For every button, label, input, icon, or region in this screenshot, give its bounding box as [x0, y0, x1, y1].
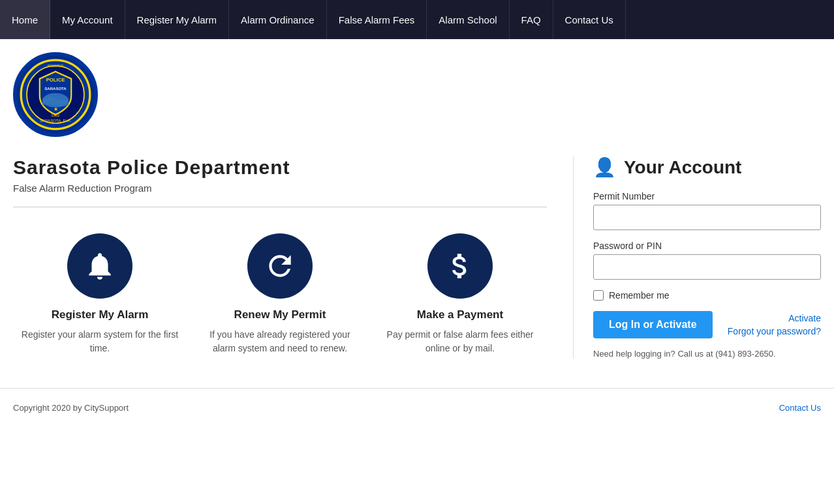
- svg-text:POLICE: POLICE: [46, 77, 65, 83]
- nav-item-alarm-school[interactable]: Alarm School: [427, 0, 509, 39]
- register-alarm-card[interactable]: Register My Alarm Register your alarm sy…: [13, 227, 187, 362]
- page-footer: Copyright 2020 by CitySupport Contact Us: [0, 388, 834, 426]
- remember-me-label: Remember me: [609, 290, 670, 301]
- make-payment-icon-circle: [427, 233, 493, 299]
- footer-copyright: Copyright 2020 by CitySupport: [13, 403, 129, 413]
- account-title-area: 👤 Your Account: [593, 156, 821, 178]
- footer-contact-link[interactable]: Contact Us: [779, 403, 821, 413]
- renew-permit-title: Renew My Permit: [200, 308, 360, 321]
- nav-item-register-alarm[interactable]: Register My Alarm: [125, 0, 230, 39]
- remember-me-checkbox[interactable]: [593, 290, 604, 301]
- svg-text:SARASOTA: SARASOTA: [44, 87, 67, 91]
- register-alarm-desc: Register your alarm system for the first…: [20, 328, 180, 355]
- password-group: Password or PIN: [593, 241, 821, 280]
- password-input[interactable]: [593, 254, 821, 280]
- make-payment-title: Make a Payment: [380, 308, 540, 321]
- refresh-icon: [264, 250, 296, 282]
- svg-text:1902: 1902: [51, 113, 60, 117]
- logo-area: POLICE SARASOTA ★ 1902 SARASOTA, FLA. PR…: [13, 39, 821, 143]
- site-subtitle: False Alarm Reduction Program: [13, 183, 547, 194]
- svg-text:★: ★: [54, 106, 58, 112]
- dollar-icon: [444, 250, 476, 282]
- nav-item-alarm-ordinance[interactable]: Alarm Ordinance: [229, 0, 327, 39]
- make-payment-desc: Pay permit or false alarm fees either on…: [380, 328, 540, 355]
- feature-icons-row: Register My Alarm Register your alarm sy…: [13, 227, 547, 362]
- remember-me-row: Remember me: [593, 290, 821, 301]
- register-alarm-icon-circle: [67, 233, 132, 299]
- renew-permit-icon-circle: [247, 233, 313, 299]
- account-section: 👤 Your Account Permit Number Password or…: [573, 156, 821, 359]
- left-section: Sarasota Police Department False Alarm R…: [13, 156, 547, 362]
- person-icon: 👤: [593, 156, 616, 178]
- svg-text:SARASOTA, FLA.: SARASOTA, FLA.: [40, 119, 72, 123]
- password-label: Password or PIN: [593, 241, 821, 251]
- activate-link[interactable]: Activate: [788, 313, 821, 323]
- site-title: Sarasota Police Department: [13, 156, 547, 179]
- bell-icon: [84, 250, 116, 282]
- renew-permit-card[interactable]: Renew My Permit If you have already regi…: [193, 227, 367, 362]
- permit-number-label: Permit Number: [593, 191, 821, 201]
- register-alarm-title: Register My Alarm: [20, 308, 180, 321]
- nav-item-home[interactable]: Home: [0, 0, 50, 39]
- help-text: Need help logging in? Call us at (941) 8…: [593, 349, 821, 359]
- permit-number-input[interactable]: [593, 205, 821, 230]
- account-title-text: Your Account: [624, 157, 741, 178]
- forgot-password-link[interactable]: Forgot your password?: [728, 326, 821, 336]
- renew-permit-desc: If you have already registered your alar…: [200, 328, 360, 355]
- make-payment-card[interactable]: Make a Payment Pay permit or false alarm…: [373, 227, 547, 362]
- nav-item-faq[interactable]: FAQ: [510, 0, 553, 39]
- main-nav: HomeMy AccountRegister My AlarmAlarm Ord…: [0, 0, 834, 39]
- permit-number-group: Permit Number: [593, 191, 821, 230]
- svg-text:PROSPER: PROSPER: [48, 65, 64, 68]
- section-divider: [13, 207, 547, 207]
- nav-item-my-account[interactable]: My Account: [50, 0, 125, 39]
- login-button[interactable]: Log In or Activate: [593, 311, 713, 338]
- nav-item-false-alarm-fees[interactable]: False Alarm Fees: [327, 0, 427, 39]
- nav-item-contact-us[interactable]: Contact Us: [553, 0, 626, 39]
- police-logo: POLICE SARASOTA ★ 1902 SARASOTA, FLA. PR…: [13, 52, 98, 137]
- footer-contact: Contact Us: [779, 402, 821, 413]
